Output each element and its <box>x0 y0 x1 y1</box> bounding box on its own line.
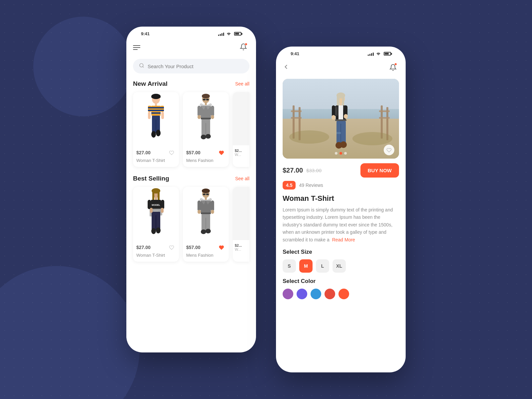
svg-rect-13 <box>161 107 164 108</box>
notification-button[interactable] <box>237 42 249 54</box>
phone-right: 9:41 <box>276 47 406 372</box>
svg-rect-6 <box>151 107 161 108</box>
search-icon <box>139 63 144 69</box>
rating-badge: 4.5 <box>283 181 296 190</box>
product-card[interactable]: MODEL <box>133 187 179 262</box>
svg-rect-28 <box>201 118 211 119</box>
svg-rect-16 <box>156 120 156 133</box>
product-image <box>183 187 229 240</box>
product-info: $57.00 Mens Fashion <box>183 240 229 262</box>
image-dot[interactable] <box>339 152 342 155</box>
read-more-link[interactable]: Read More <box>332 237 355 242</box>
product-description: Lorem Ipsum is simply dummy text of the … <box>283 206 399 243</box>
product-card[interactable]: $57.00 Mens Fashion <box>183 92 229 167</box>
svg-rect-53 <box>150 208 153 213</box>
female-figure-svg <box>142 93 170 145</box>
app-header-left <box>133 39 249 59</box>
time-right: 9:41 <box>291 51 299 56</box>
svg-point-18 <box>156 130 161 136</box>
product-info: $27.00 Woman T-Shirt <box>133 240 179 262</box>
status-icons-left <box>218 31 241 36</box>
svg-point-35 <box>198 115 201 119</box>
select-color-label: Select Color <box>283 278 399 285</box>
battery-icon <box>384 52 391 56</box>
size-btn-xl[interactable]: XL <box>332 259 346 273</box>
svg-rect-57 <box>203 194 205 195</box>
notification-button-right[interactable] <box>387 62 399 73</box>
svg-rect-3 <box>151 96 161 98</box>
product-price-row: $57.00 <box>186 243 225 251</box>
wifi-icon <box>226 31 231 36</box>
hamburger-menu[interactable] <box>133 45 140 50</box>
product-price-row: $27.00 <box>136 243 176 251</box>
phones-container: 9:41 <box>126 27 406 372</box>
wishlist-button[interactable] <box>217 243 225 251</box>
product-name: Mens Fashion <box>186 158 225 163</box>
svg-point-17 <box>151 131 156 138</box>
product-card-partial: $2... W... <box>233 187 249 262</box>
svg-rect-34 <box>211 106 214 116</box>
best-selling-see-all[interactable]: See all <box>235 176 249 181</box>
product-name: Woman T-Shirt <box>136 253 176 258</box>
svg-text:MODEL: MODEL <box>152 204 160 206</box>
svg-rect-14 <box>161 110 164 111</box>
svg-rect-7 <box>151 110 161 111</box>
back-button[interactable] <box>283 64 289 72</box>
wishlist-button[interactable] <box>217 149 225 157</box>
svg-point-70 <box>211 210 214 214</box>
rating-row: 4.5 49 Reviews <box>283 181 399 190</box>
svg-rect-64 <box>205 218 206 231</box>
image-dot[interactable] <box>344 152 347 155</box>
new-arrival-grid: $27.00 Woman T-Shirt <box>133 92 249 167</box>
new-arrival-see-all[interactable]: See all <box>235 81 249 86</box>
wishlist-button[interactable] <box>168 149 176 157</box>
svg-rect-68 <box>211 200 214 211</box>
svg-point-36 <box>211 115 214 119</box>
color-btn-purple[interactable] <box>283 289 293 299</box>
svg-rect-10 <box>148 107 151 108</box>
color-btn-indigo[interactable] <box>297 289 307 299</box>
hero-wishlist-button[interactable] <box>384 145 394 155</box>
svg-rect-67 <box>198 200 201 211</box>
color-btn-orange[interactable] <box>338 289 349 299</box>
svg-point-22 <box>202 94 210 98</box>
image-dot[interactable] <box>335 152 337 155</box>
svg-point-50 <box>156 227 161 233</box>
size-btn-s[interactable]: S <box>283 259 296 273</box>
best-selling-grid: MODEL <box>133 187 249 262</box>
male-figure-2-svg <box>192 188 220 239</box>
price-action-row: $27.00 $33.00 BUY NOW <box>283 163 399 178</box>
hero-image-placeholder <box>283 79 399 159</box>
product-card[interactable]: $57.00 Mens Fashion <box>183 187 229 262</box>
svg-rect-41 <box>155 198 157 200</box>
wishlist-button[interactable] <box>168 243 176 251</box>
product-price: $27.00 <box>136 245 151 250</box>
color-btn-blue[interactable] <box>311 289 321 299</box>
svg-rect-58 <box>206 194 209 195</box>
female-model-svg: MODEL <box>142 188 170 239</box>
svg-point-69 <box>198 210 201 214</box>
phone-left: 9:41 <box>126 27 256 352</box>
svg-rect-4 <box>155 103 157 106</box>
product-card[interactable]: $27.00 Woman T-Shirt <box>133 92 179 167</box>
svg-rect-30 <box>205 123 206 136</box>
size-btn-l[interactable]: L <box>316 259 329 273</box>
color-btn-red[interactable] <box>325 289 335 299</box>
product-image <box>133 92 179 145</box>
buy-now-button[interactable]: BUY NOW <box>360 163 399 178</box>
product-name: Mens Fashion <box>186 253 225 258</box>
svg-point-65 <box>201 229 206 234</box>
svg-rect-62 <box>201 212 211 214</box>
reviews-count: 49 Reviews <box>299 183 323 188</box>
svg-point-0 <box>140 64 143 67</box>
product-card-partial: $2... W... <box>233 92 249 167</box>
product-price: $27.00 <box>136 150 151 155</box>
search-input[interactable] <box>148 64 243 69</box>
size-btn-m[interactable]: M <box>299 259 313 273</box>
search-bar[interactable] <box>133 59 249 73</box>
best-selling-header: Best Selling See all <box>133 175 249 182</box>
new-arrival-title: New Arrival <box>133 80 168 87</box>
svg-rect-60 <box>205 198 207 200</box>
product-info: $57.00 Mens Fashion <box>183 145 229 167</box>
product-info: $27.00 Woman T-Shirt <box>133 145 179 167</box>
